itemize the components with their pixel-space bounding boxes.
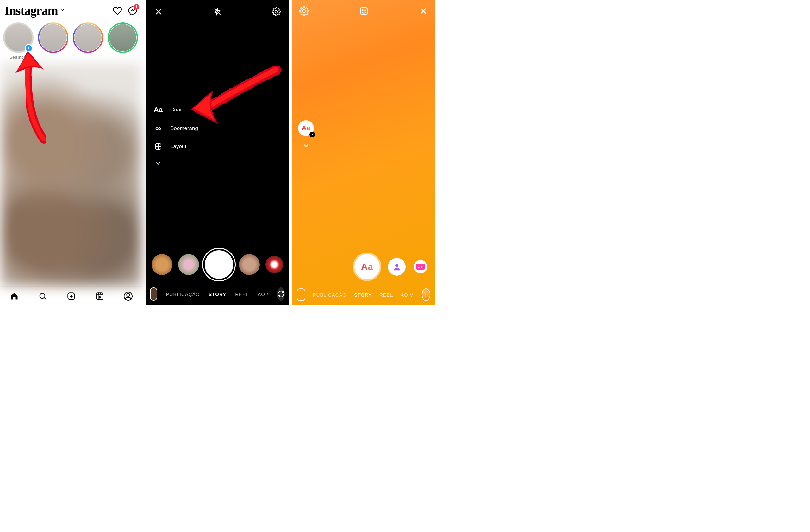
svg-point-10 — [127, 293, 129, 296]
story-item[interactable] — [38, 22, 68, 59]
mention-button[interactable] — [388, 258, 406, 276]
bottom-tools: Aa GIF — [292, 254, 435, 286]
chevron-down-icon — [153, 160, 163, 167]
settings-gear-icon[interactable] — [271, 6, 281, 17]
text-tool-button[interactable]: Aa ✕ — [298, 120, 314, 136]
mode-story[interactable]: STORY — [354, 292, 372, 297]
text-aa-icon: Aa — [302, 124, 310, 132]
tool-label: Boomerang — [170, 125, 198, 132]
remove-icon[interactable]: ✕ — [309, 132, 315, 138]
camera-screen: Aa Criar ∞ Boomerang Layout PUBLICAÇÃO S… — [146, 0, 289, 305]
text-main-button[interactable]: Aa — [354, 254, 380, 279]
tool-boomerang[interactable]: ∞ Boomerang — [153, 124, 281, 133]
svg-point-20 — [303, 10, 306, 13]
layout-grid-icon — [153, 143, 163, 150]
create-screen: Aa ✕ Aa GIF PUBLICAÇÃO STORY REEL AO VIV… — [292, 0, 435, 305]
effect-thumbnail[interactable] — [178, 254, 199, 275]
story-item[interactable] — [108, 22, 138, 59]
gallery-thumbnail[interactable] — [150, 287, 157, 301]
mode-reel[interactable]: REEL — [379, 292, 393, 297]
feed-screen: Instagram 1 + Seu story — [0, 0, 142, 305]
mode-selector[interactable]: PUBLICAÇÃO STORY REEL AO VIVO — [146, 285, 289, 305]
your-story[interactable]: + Seu story — [3, 22, 34, 59]
tool-expand[interactable] — [153, 160, 281, 167]
mode-publicacao[interactable]: PUBLICAÇÃO — [166, 291, 200, 297]
messenger-icon[interactable]: 1 — [127, 5, 138, 16]
mode-aovivo[interactable]: AO VIVO — [258, 291, 268, 297]
mode-story[interactable]: STORY — [209, 291, 226, 297]
flash-off-icon[interactable] — [212, 6, 223, 17]
svg-point-0 — [40, 293, 45, 298]
add-post-icon[interactable] — [66, 291, 76, 301]
feed-header: Instagram 1 — [0, 0, 142, 19]
reels-icon[interactable] — [95, 291, 104, 301]
tool-label: Criar — [170, 107, 182, 113]
infinity-icon: ∞ — [153, 124, 163, 133]
heart-icon[interactable] — [112, 5, 123, 16]
mode-selector[interactable]: PUBLICAÇÃO STORY REEL AO VIVO — [292, 286, 435, 305]
svg-point-22 — [362, 10, 363, 11]
shutter-button[interactable] — [205, 250, 233, 279]
stories-row[interactable]: + Seu story — [0, 19, 142, 61]
svg-point-26 — [395, 264, 398, 267]
bottom-nav — [0, 286, 142, 305]
sticker-icon[interactable] — [359, 6, 369, 17]
close-icon[interactable] — [419, 7, 428, 17]
instagram-logo[interactable]: Instagram — [4, 3, 58, 18]
side-tools: Aa ✕ — [298, 120, 314, 151]
camera-tools: Aa Criar ∞ Boomerang Layout — [146, 106, 289, 167]
tool-label: Layout — [170, 143, 187, 150]
notification-badge: 1 — [133, 4, 139, 10]
effects-row — [146, 247, 289, 285]
mode-publicacao[interactable]: PUBLICAÇÃO — [313, 292, 347, 297]
story-item[interactable] — [73, 22, 103, 59]
create-header — [292, 0, 435, 23]
effect-thumbnail[interactable] — [239, 254, 260, 275]
svg-line-1 — [44, 298, 46, 300]
svg-point-23 — [365, 10, 366, 11]
profile-icon[interactable] — [124, 291, 133, 301]
effect-thumbnail[interactable] — [151, 254, 173, 275]
tool-criar[interactable]: Aa Criar — [153, 106, 281, 114]
effect-thumbnail[interactable] — [265, 256, 283, 273]
search-icon[interactable] — [38, 291, 47, 301]
gif-button[interactable]: GIF — [414, 260, 427, 273]
feed-content-blurred — [1, 63, 142, 286]
chevron-down-icon[interactable] — [60, 7, 65, 14]
camera-header — [146, 0, 289, 23]
close-icon[interactable] — [153, 6, 164, 17]
flip-camera-icon[interactable] — [277, 287, 285, 301]
home-icon[interactable] — [10, 291, 19, 301]
svg-point-16 — [275, 11, 277, 13]
gallery-thumbnail[interactable] — [297, 288, 305, 301]
add-story-icon[interactable]: + — [25, 44, 33, 52]
mode-aovivo[interactable]: AO VIVO — [401, 292, 414, 297]
text-aa-icon: Aa — [153, 106, 163, 114]
color-picker-button[interactable] — [422, 288, 430, 301]
tool-layout[interactable]: Layout — [153, 143, 281, 150]
chevron-down-icon[interactable] — [302, 142, 310, 151]
settings-gear-icon[interactable] — [299, 6, 309, 17]
svg-marker-9 — [99, 295, 101, 298]
mode-reel[interactable]: REEL — [235, 291, 249, 297]
svg-rect-21 — [360, 7, 368, 15]
your-story-label: Seu story — [10, 55, 27, 59]
